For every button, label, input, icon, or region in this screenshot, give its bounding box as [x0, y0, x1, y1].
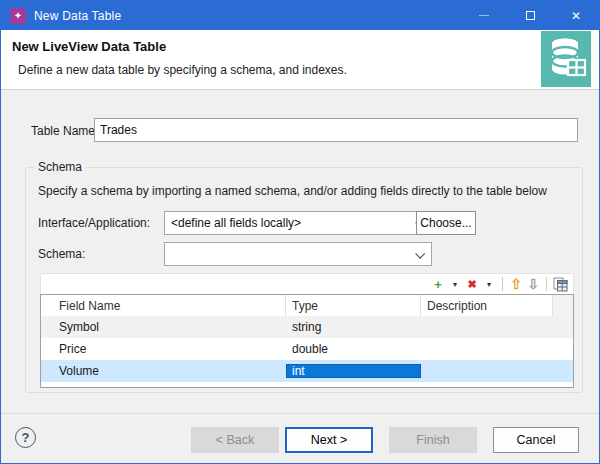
toolbar-separator — [502, 277, 503, 291]
column-header-filler — [553, 295, 573, 316]
add-field-menu-arrow-icon[interactable]: ▾ — [448, 276, 462, 292]
field-type-cell[interactable]: double — [286, 342, 421, 356]
table-row-selected[interactable]: Volume int — [41, 360, 573, 382]
interface-application-label: Interface/Application: — [38, 216, 150, 230]
field-type-cell-selected[interactable]: int — [286, 364, 421, 378]
wizard-banner: New LiveView Data Table Define a new dat… — [1, 30, 599, 90]
field-name-cell[interactable]: Symbol — [41, 320, 286, 334]
maximize-icon — [526, 11, 535, 20]
close-icon: ✕ — [571, 10, 581, 22]
toolbar-separator — [546, 277, 547, 291]
button-bar: ? < Back Next > Finish Cancel — [1, 413, 599, 464]
interface-application-combo[interactable]: <define all fields locally> — [164, 211, 432, 235]
schema-instruction: Specify a schema by importing a named sc… — [38, 184, 547, 198]
move-down-button[interactable]: ⇩ — [526, 276, 540, 292]
app-icon: ✦ — [10, 8, 26, 24]
move-up-button[interactable]: ⇧ — [509, 276, 523, 292]
wizard-title: New LiveView Data Table — [12, 39, 166, 54]
field-name-cell[interactable]: Volume — [41, 364, 286, 378]
interface-application-value: <define all fields locally> — [171, 216, 301, 230]
titlebar: ✦ New Data Table ✕ — [1, 1, 599, 30]
minimize-button[interactable] — [461, 1, 507, 30]
fields-toolbar: + ▾ ✖ ▾ ⇧ ⇩ — [40, 273, 574, 294]
fields-table: Field Name Type Description Symbol strin… — [40, 294, 574, 388]
field-type-cell[interactable]: string — [286, 320, 421, 334]
cancel-button[interactable]: Cancel — [493, 427, 579, 453]
schema-label: Schema: — [38, 247, 85, 261]
wizard-description: Define a new data table by specifying a … — [18, 63, 347, 77]
table-name-label: Table Name: — [31, 124, 98, 138]
table-name-input[interactable] — [94, 118, 578, 142]
chevron-down-icon — [415, 249, 425, 259]
remove-field-menu-arrow-icon[interactable]: ▾ — [482, 276, 496, 292]
remove-field-button[interactable]: ✖ — [465, 276, 479, 292]
next-button[interactable]: Next > — [285, 427, 373, 453]
back-button[interactable]: < Back — [191, 427, 279, 453]
schema-group: Schema Specify a schema by importing a n… — [25, 167, 583, 393]
copy-schema-icon — [553, 277, 568, 292]
table-row[interactable]: Symbol string — [41, 316, 573, 338]
help-button[interactable]: ? — [15, 427, 36, 448]
finish-button[interactable]: Finish — [389, 427, 477, 453]
column-header-description[interactable]: Description — [421, 295, 553, 316]
fields-table-header: Field Name Type Description — [41, 295, 573, 316]
close-button[interactable]: ✕ — [553, 1, 599, 30]
maximize-button[interactable] — [507, 1, 553, 30]
schema-combo[interactable] — [164, 242, 432, 266]
database-table-icon — [541, 31, 591, 87]
add-field-button[interactable]: + — [431, 276, 445, 292]
choose-button[interactable]: Choose... — [416, 211, 476, 235]
window-title: New Data Table — [34, 9, 121, 23]
window-controls: ✕ — [461, 1, 599, 30]
minimize-icon — [479, 15, 489, 16]
copy-schema-button[interactable] — [553, 276, 568, 292]
field-name-cell[interactable]: Price — [41, 342, 286, 356]
column-header-type[interactable]: Type — [286, 295, 421, 316]
schema-group-legend: Schema — [34, 160, 86, 174]
column-header-field-name[interactable]: Field Name — [41, 295, 286, 316]
table-row[interactable]: Price double — [41, 338, 573, 360]
new-data-table-dialog: ✦ New Data Table ✕ New LiveView Data Tab… — [0, 0, 600, 464]
